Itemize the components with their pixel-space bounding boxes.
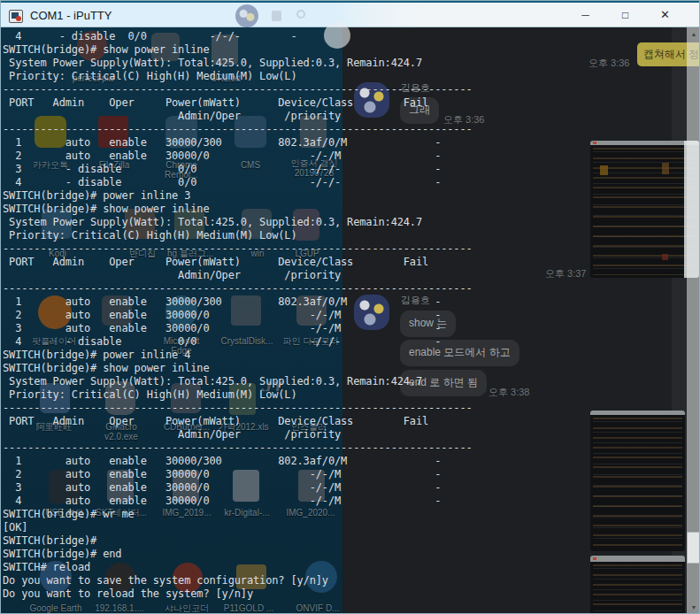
scroll-up-arrow[interactable]: ▲ bbox=[687, 27, 700, 42]
desktop-icon-label: 192.168.1.... bbox=[91, 603, 148, 613]
search-icon bbox=[296, 10, 305, 19]
chat-timestamp: 오후 3:37 bbox=[545, 267, 586, 280]
thumbnail-terminal-text bbox=[593, 148, 696, 275]
thumbnail-app-icon bbox=[593, 142, 596, 144]
putty-window: COM1 - iPuTTY ─ □ ✕ perfect plaURL.txt카카… bbox=[0, 0, 700, 614]
chat-image-thumbnail bbox=[590, 411, 685, 551]
thumbnail-titlebar bbox=[590, 556, 685, 562]
thumbnail-icon-ghost bbox=[662, 254, 668, 260]
lock-icon bbox=[272, 11, 281, 21]
terminal-output[interactable]: 4 - disable 0/0 -/-/- - SWITCH(bridge)# … bbox=[3, 30, 473, 601]
thumbnail-terminal-text bbox=[593, 418, 682, 549]
chat-image-thumbnail bbox=[590, 556, 685, 614]
maximize-button[interactable]: □ bbox=[605, 3, 645, 27]
thumbnail-titlebar bbox=[590, 411, 685, 415]
desktop-icon-label: 샤나인코더 bbox=[158, 603, 215, 613]
window-controls: ─ □ ✕ bbox=[565, 3, 685, 27]
desktop-icon-label: ONVIF D... bbox=[289, 603, 346, 613]
thumbnail-titlebar bbox=[590, 141, 699, 145]
minimize-button[interactable]: ─ bbox=[565, 3, 605, 27]
scroll-thumb[interactable] bbox=[687, 532, 700, 564]
chat-timestamp: 오후 3:38 bbox=[488, 386, 529, 399]
window-title: COM1 - iPuTTY bbox=[30, 9, 112, 22]
titlebar[interactable]: COM1 - iPuTTY ─ □ ✕ bbox=[1, 1, 699, 27]
thumbnail-app-icon bbox=[593, 557, 596, 560]
scroll-down-arrow[interactable]: ▼ bbox=[687, 601, 700, 614]
background-avatar-icon bbox=[235, 4, 258, 27]
chat-image-thumbnail bbox=[590, 141, 699, 278]
scrollbar[interactable]: ▲ ▼ bbox=[687, 27, 700, 614]
thumbnail-icon-ghost bbox=[600, 165, 608, 175]
putty-app-icon bbox=[9, 10, 23, 23]
terminal-area: perfect plaURL.txt카카오톡FileZillaChrome Re… bbox=[1, 27, 700, 614]
desktop-icon-label: Google Earth bbox=[27, 603, 84, 613]
thumbnail-icon-ghost bbox=[662, 163, 669, 174]
chat-timestamp: 오후 3:36 bbox=[588, 57, 629, 70]
background-avatar-ghost bbox=[324, 22, 350, 49]
close-button[interactable]: ✕ bbox=[645, 3, 685, 27]
thumbnail-terminal-text bbox=[593, 564, 682, 612]
desktop-icon-label: P11GOLD ... bbox=[220, 603, 277, 613]
